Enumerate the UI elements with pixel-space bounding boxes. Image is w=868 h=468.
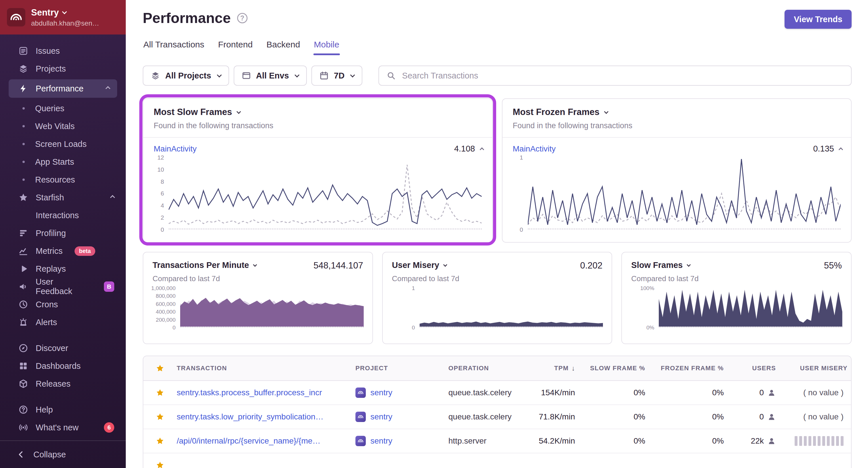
search-box xyxy=(378,66,851,86)
chevron-down-icon xyxy=(604,109,609,114)
org-switcher[interactable]: Sentry abdullah.khan@sen… xyxy=(0,0,126,34)
sidebar-item-help[interactable]: Help xyxy=(0,401,126,419)
tab-all-transactions[interactable]: All Transactions xyxy=(143,37,205,55)
collapse-accordion-icon[interactable] xyxy=(479,147,484,152)
chevron-up-icon xyxy=(110,195,115,200)
project-link[interactable]: sentry xyxy=(370,436,392,445)
chevron-down-icon xyxy=(237,109,241,114)
search-input[interactable] xyxy=(401,71,843,81)
sidebar-item-issues[interactable]: Issues xyxy=(0,42,126,60)
tab-mobile[interactable]: Mobile xyxy=(313,37,340,55)
project-link[interactable]: sentry xyxy=(370,388,392,397)
favorite-star[interactable] xyxy=(143,461,177,468)
column-header-user-misery[interactable]: USER MISERY xyxy=(779,365,851,372)
issues-icon xyxy=(19,46,28,56)
transactions-table: TRANSACTIONPROJECTOPERATIONTPM↓SLOW FRAM… xyxy=(143,356,851,468)
sidebar-item-resources[interactable]: Resources xyxy=(0,171,126,189)
transaction-link[interactable]: sentry.tasks.low_priority_symbolication… xyxy=(177,412,355,422)
favorite-star[interactable] xyxy=(143,388,177,397)
sidebar-item-queries[interactable]: Queries xyxy=(0,99,126,117)
user-misery-chart xyxy=(420,288,603,327)
sidebar-item-app-starts[interactable]: App Starts xyxy=(0,153,126,171)
project-filter[interactable]: All Projects xyxy=(143,66,229,86)
sidebar-item-label: Interactions xyxy=(36,211,79,220)
column-header-users[interactable]: USERS xyxy=(727,365,779,372)
column-label: USER MISERY xyxy=(800,365,847,372)
badge: B xyxy=(104,281,114,292)
widget-title-dropdown[interactable]: Most Frozen Frames xyxy=(513,107,841,117)
environment-filter-label: All Envs xyxy=(256,71,289,80)
project-cell[interactable]: sentry xyxy=(355,388,448,398)
y-axis-labels: 100%0% xyxy=(626,286,659,330)
sidebar-item-label: Help xyxy=(36,405,53,414)
project-cell[interactable]: sentry xyxy=(355,412,448,422)
date-range-filter[interactable]: 7D xyxy=(311,66,362,86)
column-header-favorite[interactable] xyxy=(143,364,177,373)
tab-backend[interactable]: Backend xyxy=(266,37,301,55)
collapse-accordion-icon[interactable] xyxy=(839,147,843,152)
column-header-frozen-frame[interactable]: FROZEN FRAME % xyxy=(649,365,727,372)
transaction-link[interactable]: MainActivity xyxy=(154,144,196,154)
sidebar-item-alerts[interactable]: Alerts xyxy=(0,313,126,331)
sidebar-item-replays[interactable]: Replays xyxy=(0,260,126,278)
sidebar-item-screen-loads[interactable]: Screen Loads xyxy=(0,135,126,153)
sidebar-item-user-feedback[interactable]: User FeedbackB xyxy=(0,278,126,296)
sidebar-item-label: Dashboards xyxy=(36,361,81,371)
sidebar-item-label: Performance xyxy=(36,84,84,93)
sidebar-collapse-button[interactable]: Collapse xyxy=(0,440,126,468)
widget-title-dropdown[interactable]: User Misery xyxy=(392,261,447,270)
sidebar-item-label: Discover xyxy=(36,343,68,353)
column-header-slow-frame[interactable]: SLOW FRAME % xyxy=(579,365,649,372)
sidebar-item-what-s-new[interactable]: What's new6 xyxy=(0,419,126,436)
project-cell[interactable]: sentry xyxy=(355,436,448,446)
project-avatar xyxy=(355,388,366,398)
column-label: USERS xyxy=(752,365,776,372)
transaction-link[interactable]: sentry.tasks.process_buffer.process_incr xyxy=(177,388,355,397)
sidebar-item-web-vitals[interactable]: Web Vitals xyxy=(0,117,126,135)
transaction-link[interactable]: /api/0/internal/rpc/{service_name}/{me… xyxy=(177,436,355,445)
widget-most-slow-frames: Most Slow Frames Found in the following … xyxy=(143,98,493,243)
sort-desc-icon: ↓ xyxy=(571,364,575,372)
y-axis-labels: 10 xyxy=(506,154,528,233)
sidebar-item-discover[interactable]: Discover xyxy=(0,339,126,357)
sidebar-item-dashboards[interactable]: Dashboards xyxy=(0,357,126,375)
users-cell: 0 xyxy=(727,412,779,422)
favorite-star[interactable] xyxy=(143,437,177,445)
y-tick: 1 xyxy=(412,286,415,291)
sidebar-item-label: Alerts xyxy=(36,317,57,327)
column-header-operation[interactable]: OPERATION xyxy=(448,365,515,372)
column-header-transaction[interactable]: TRANSACTION xyxy=(177,365,355,372)
sidebar-item-label: Metrics xyxy=(36,246,62,256)
transaction-link[interactable]: MainActivity xyxy=(513,144,556,154)
y-tick: 8 xyxy=(161,178,164,185)
sidebar-item-starfish[interactable]: Starfish xyxy=(0,189,126,206)
widget-title-dropdown[interactable]: Slow Frames xyxy=(631,261,690,270)
y-tick: 0 xyxy=(520,227,523,233)
sidebar-item-releases[interactable]: Releases xyxy=(0,375,126,393)
sidebar-item-projects[interactable]: Projects xyxy=(0,60,126,78)
sidebar-item-label: What's new xyxy=(36,423,79,432)
sidebar-item-label: Releases xyxy=(36,379,70,389)
sidebar-item-performance[interactable]: Performance xyxy=(9,79,117,98)
sidebar-item-interactions[interactable]: Interactions xyxy=(0,206,126,224)
most-frozen-frames-chart xyxy=(528,158,841,229)
widget-title: Slow Frames xyxy=(631,261,683,270)
widget-title-dropdown[interactable]: Most Slow Frames xyxy=(154,107,482,117)
view-trends-button[interactable]: View Trends xyxy=(784,10,851,29)
tab-frontend[interactable]: Frontend xyxy=(218,37,253,55)
column-header-project[interactable]: PROJECT xyxy=(355,365,448,372)
sidebar-item-crons[interactable]: Crons xyxy=(0,296,126,313)
chevron-down-icon xyxy=(253,263,257,266)
y-tick: 200,000 xyxy=(156,317,176,323)
project-avatar xyxy=(355,436,366,446)
favorite-star[interactable] xyxy=(143,412,177,421)
project-link[interactable]: sentry xyxy=(370,412,392,422)
sidebar-item-metrics[interactable]: Metricsbeta xyxy=(0,242,126,260)
help-icon[interactable] xyxy=(237,13,248,23)
project-avatar xyxy=(355,412,366,422)
column-header-tpm[interactable]: TPM↓ xyxy=(515,364,579,372)
widget-title-dropdown[interactable]: Transactions Per Minute xyxy=(153,261,256,270)
environment-filter[interactable]: All Envs xyxy=(234,66,307,86)
sidebar-item-label: App Starts xyxy=(35,157,74,167)
sidebar-item-profiling[interactable]: Profiling xyxy=(0,224,126,242)
